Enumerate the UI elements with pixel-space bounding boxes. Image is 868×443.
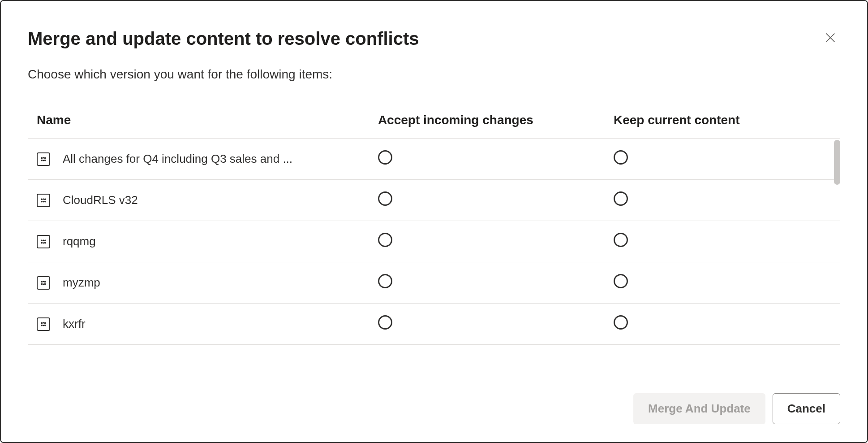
- name-cell: myzmp: [37, 276, 360, 290]
- scrollbar-thumb[interactable]: [834, 140, 840, 185]
- svg-point-31: [45, 325, 46, 326]
- table-row: myzmp: [28, 262, 840, 304]
- column-header-accept: Accept incoming changes: [369, 104, 605, 139]
- radio-keep[interactable]: [614, 150, 628, 165]
- radio-accept[interactable]: [378, 315, 392, 330]
- dialog-footer: Merge And Update Cancel: [28, 389, 840, 424]
- svg-point-21: [43, 281, 44, 282]
- merge-conflict-dialog: Merge and update content to resolve conf…: [0, 0, 868, 443]
- svg-point-27: [43, 322, 44, 323]
- svg-point-19: [45, 242, 46, 243]
- svg-point-4: [45, 157, 46, 158]
- name-cell: kxrfr: [37, 317, 360, 331]
- radio-accept[interactable]: [378, 191, 392, 206]
- svg-point-2: [41, 157, 43, 158]
- svg-point-18: [43, 242, 44, 243]
- dialog-header: Merge and update content to resolve conf…: [28, 28, 840, 49]
- dialog-subtitle: Choose which version you want for the fo…: [28, 67, 840, 82]
- svg-point-22: [45, 281, 46, 282]
- dataset-icon: [37, 152, 50, 166]
- svg-point-12: [43, 201, 44, 202]
- svg-point-16: [45, 239, 46, 241]
- conflict-table: Name Accept incoming changes Keep curren…: [28, 104, 840, 345]
- svg-point-28: [45, 322, 46, 323]
- svg-point-3: [43, 157, 44, 158]
- dataset-icon: [37, 235, 50, 248]
- radio-keep[interactable]: [614, 233, 628, 247]
- dataset-icon: [37, 194, 50, 207]
- svg-point-9: [43, 198, 44, 200]
- column-header-keep: Keep current content: [605, 104, 840, 139]
- table-row: kxrfr: [28, 304, 840, 345]
- dataset-icon: [37, 276, 50, 290]
- cancel-button[interactable]: Cancel: [773, 393, 840, 424]
- radio-keep[interactable]: [614, 274, 628, 288]
- radio-accept[interactable]: [378, 233, 392, 247]
- name-cell: All changes for Q4 including Q3 sales an…: [37, 152, 360, 166]
- close-button[interactable]: [821, 28, 840, 48]
- svg-point-29: [41, 325, 43, 326]
- svg-point-6: [43, 160, 44, 161]
- radio-keep[interactable]: [614, 191, 628, 206]
- svg-point-26: [41, 322, 43, 323]
- radio-accept[interactable]: [378, 150, 392, 165]
- table-row: rqqmg: [28, 221, 840, 262]
- radio-accept[interactable]: [378, 274, 392, 288]
- svg-point-30: [43, 325, 44, 326]
- svg-point-8: [41, 198, 43, 200]
- svg-point-17: [41, 242, 43, 243]
- radio-keep[interactable]: [614, 315, 628, 330]
- svg-point-20: [41, 281, 43, 282]
- merge-and-update-button[interactable]: Merge And Update: [633, 393, 765, 424]
- svg-point-25: [45, 283, 46, 285]
- item-name: CloudRLS v32: [63, 193, 138, 207]
- item-name: All changes for Q4 including Q3 sales an…: [63, 152, 292, 166]
- item-name: kxrfr: [63, 317, 86, 331]
- dataset-icon: [37, 317, 50, 331]
- table-row: CloudRLS v32: [28, 180, 840, 221]
- svg-point-23: [41, 283, 43, 285]
- table-row: All changes for Q4 including Q3 sales an…: [28, 139, 840, 180]
- dialog-title: Merge and update content to resolve conf…: [28, 28, 419, 49]
- svg-point-11: [41, 201, 43, 202]
- name-cell: CloudRLS v32: [37, 193, 360, 207]
- svg-point-10: [45, 198, 46, 200]
- svg-point-14: [41, 239, 43, 241]
- column-header-name: Name: [28, 104, 369, 139]
- table-container: Name Accept incoming changes Keep curren…: [28, 104, 840, 375]
- svg-point-5: [41, 160, 43, 161]
- svg-point-24: [43, 283, 44, 285]
- svg-point-7: [45, 160, 46, 161]
- svg-point-15: [43, 239, 44, 241]
- svg-point-13: [45, 201, 46, 202]
- item-name: rqqmg: [63, 235, 96, 248]
- name-cell: rqqmg: [37, 235, 360, 248]
- close-icon: [824, 31, 837, 44]
- item-name: myzmp: [63, 276, 100, 290]
